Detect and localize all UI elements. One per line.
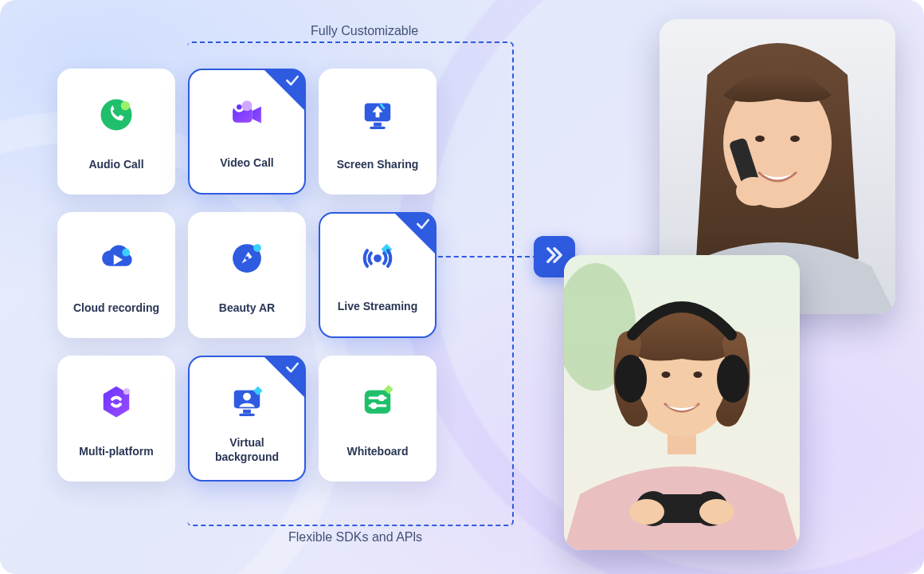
- svg-point-25: [370, 403, 377, 409]
- svg-rect-7: [374, 123, 382, 127]
- svg-point-19: [243, 392, 251, 400]
- svg-point-11: [253, 244, 261, 252]
- svg-point-24: [378, 395, 385, 401]
- top-caption: Fully Customizable: [311, 24, 418, 38]
- compass-circle-icon: [226, 226, 268, 290]
- feature-card-cloud-recording[interactable]: Cloud recording: [57, 212, 175, 338]
- broadcast-icon: [357, 228, 398, 289]
- double-chevron-right-icon: [543, 244, 566, 269]
- hex-link-icon: [96, 370, 137, 434]
- phone-circle-icon: [96, 83, 137, 147]
- diagram-stage: Fully Customizable Flexible SDKs and APl…: [0, 0, 924, 574]
- feature-label: Cloud recording: [73, 295, 159, 322]
- svg-rect-17: [243, 409, 251, 413]
- svg-point-37: [662, 372, 671, 378]
- feature-card-video-call[interactable]: Video Call: [188, 69, 306, 195]
- svg-point-5: [237, 104, 242, 110]
- selected-corner: [264, 356, 305, 398]
- check-icon: [284, 360, 300, 375]
- svg-point-44: [629, 499, 664, 525]
- check-icon: [284, 73, 300, 88]
- feature-label: Whiteboard: [347, 438, 409, 466]
- connector-line: [430, 256, 538, 258]
- feature-card-audio-call[interactable]: Audio Call: [57, 69, 175, 195]
- svg-point-30: [790, 136, 800, 142]
- feature-label: Beauty AR: [219, 295, 275, 322]
- video-camera-icon: [226, 85, 268, 145]
- svg-point-14: [374, 254, 382, 262]
- cloud-play-icon: [96, 226, 137, 290]
- feature-card-live-streaming[interactable]: Live Streaming: [319, 212, 437, 338]
- svg-point-29: [755, 136, 765, 142]
- svg-point-39: [615, 355, 647, 403]
- bottom-caption: Flexible SDKs and APls: [288, 530, 422, 545]
- svg-point-38: [694, 372, 703, 378]
- feature-card-screen-sharing[interactable]: Screen Sharing: [319, 69, 437, 195]
- svg-point-32: [736, 177, 771, 206]
- svg-point-4: [242, 100, 253, 111]
- svg-point-15: [123, 388, 130, 395]
- feature-label: Screen Sharing: [337, 151, 419, 179]
- check-icon: [415, 216, 431, 232]
- feature-card-whiteboard[interactable]: Whiteboard: [319, 356, 437, 482]
- feature-label: Multi-platform: [79, 438, 153, 466]
- feature-label: Virtual background: [198, 436, 296, 464]
- feature-label: Video Call: [220, 150, 273, 177]
- svg-point-12: [245, 257, 249, 261]
- virtual-bg-icon: [226, 372, 268, 431]
- svg-point-9: [122, 249, 130, 257]
- svg-rect-21: [365, 390, 391, 413]
- svg-point-1: [121, 101, 130, 110]
- feature-card-multi-platform[interactable]: Multi-platform: [57, 356, 175, 482]
- portrait-boy-headphones: [564, 255, 800, 550]
- feature-label: Live Streaming: [338, 293, 417, 320]
- svg-point-45: [699, 499, 734, 525]
- sliders-icon: [357, 370, 398, 434]
- feature-card-beauty-ar[interactable]: Beauty AR: [188, 212, 306, 338]
- svg-rect-8: [370, 127, 386, 129]
- feature-label: Audio Call: [88, 151, 143, 179]
- svg-rect-18: [239, 413, 255, 415]
- selected-corner: [394, 213, 436, 254]
- feature-grid: Audio CallVideo CallScreen SharingCloud …: [57, 69, 437, 482]
- selected-corner: [264, 69, 305, 111]
- screen-upload-icon: [357, 83, 398, 147]
- feature-card-virtual-background[interactable]: Virtual background: [188, 356, 306, 482]
- svg-point-40: [717, 355, 749, 403]
